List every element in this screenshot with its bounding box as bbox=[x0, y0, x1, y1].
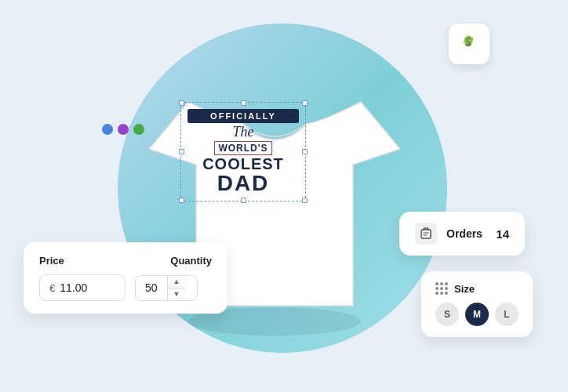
quantity-value: 50 bbox=[136, 277, 167, 299]
quantity-label: Quantity bbox=[170, 255, 212, 267]
size-dot-3 bbox=[445, 282, 448, 285]
orders-icon bbox=[415, 223, 437, 245]
size-title: Size bbox=[454, 283, 475, 295]
handle-mr bbox=[302, 149, 308, 154]
size-option-m[interactable]: M bbox=[465, 303, 489, 326]
handle-ml bbox=[179, 149, 184, 154]
quantity-input-wrapper[interactable]: 50 ▲ ▼ bbox=[135, 275, 198, 301]
design-dad-text: DAD bbox=[188, 172, 299, 194]
price-input-wrapper[interactable]: € 11.00 bbox=[39, 274, 126, 301]
size-card: Size S M L bbox=[421, 271, 533, 337]
size-dot-7 bbox=[435, 292, 439, 295]
design-border: OFFICIALLY The WORLD'S COOLEST DAD bbox=[180, 102, 306, 201]
size-dot-8 bbox=[440, 292, 443, 295]
dot-purple bbox=[118, 124, 129, 135]
currency-symbol: € bbox=[49, 282, 55, 294]
shopify-icon bbox=[457, 32, 481, 56]
size-dot-1 bbox=[435, 282, 439, 285]
dot-green bbox=[133, 124, 144, 135]
design-coolest-text: COOLEST bbox=[188, 155, 299, 172]
price-value: 11.00 bbox=[60, 281, 87, 294]
size-option-s[interactable]: S bbox=[435, 303, 459, 326]
orders-card: Orders 14 bbox=[399, 212, 525, 256]
size-dot-6 bbox=[445, 287, 448, 290]
size-option-l[interactable]: L bbox=[495, 303, 519, 326]
size-dot-4 bbox=[435, 287, 439, 290]
size-dot-9 bbox=[445, 292, 448, 295]
orders-label: Orders bbox=[446, 227, 486, 240]
scene: OFFICIALLY The WORLD'S COOLEST DAD Price… bbox=[0, 0, 568, 392]
qty-arrows: ▲ ▼ bbox=[167, 276, 186, 300]
size-options: S M L bbox=[435, 303, 519, 326]
shopify-badge bbox=[449, 24, 490, 64]
pq-inputs: € 11.00 50 ▲ ▼ bbox=[39, 274, 212, 301]
size-dot-5 bbox=[440, 287, 443, 290]
handle-bm bbox=[241, 198, 246, 203]
qty-arrow-up[interactable]: ▲ bbox=[168, 276, 186, 289]
size-header: Size bbox=[435, 282, 519, 295]
pq-labels: Price Quantity bbox=[39, 255, 212, 267]
qty-arrow-down[interactable]: ▼ bbox=[168, 289, 186, 300]
handle-br bbox=[302, 198, 308, 203]
size-dots-icon bbox=[435, 282, 448, 295]
size-dot-2 bbox=[440, 282, 443, 285]
design-the-text: The bbox=[188, 125, 299, 140]
orders-count: 14 bbox=[496, 227, 509, 241]
orders-svg-icon bbox=[420, 227, 432, 240]
svg-rect-2 bbox=[421, 230, 431, 238]
price-label: Price bbox=[39, 255, 64, 267]
handle-tm bbox=[241, 100, 246, 106]
dot-blue bbox=[102, 124, 113, 135]
shirt-design: OFFICIALLY The WORLD'S COOLEST DAD bbox=[180, 102, 306, 201]
handle-tr bbox=[302, 100, 308, 106]
design-worlds-text: WORLD'S bbox=[214, 141, 271, 155]
handle-bl bbox=[179, 198, 184, 203]
dots-group bbox=[102, 124, 144, 135]
handle-tl bbox=[179, 100, 184, 106]
price-quantity-card: Price Quantity € 11.00 50 ▲ ▼ bbox=[24, 242, 228, 314]
design-officially-text: OFFICIALLY bbox=[188, 109, 299, 123]
